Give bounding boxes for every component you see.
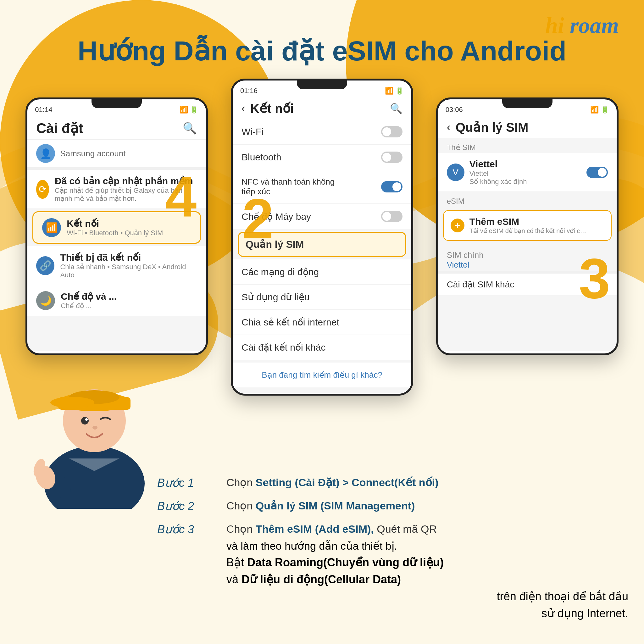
- buoc1-content: Chọn Setting (Cài Đặt) > Connect(Kết nối…: [226, 475, 628, 491]
- phone3-header: ‹ Quản lý SIM: [438, 115, 617, 138]
- step-number-4: 4: [165, 169, 197, 225]
- svg-point-8: [85, 418, 88, 421]
- buoc2-bold: Quản lý SIM (SIM Management): [256, 500, 415, 512]
- phone1-item-mode[interactable]: 🌙 Chế độ và ... Chế độ ...: [27, 285, 206, 316]
- phone1-connect-text: Kết nối Wi-Fi • Bluetooth • Quản lý SIM: [67, 218, 163, 237]
- phone3-esim-section-label: eSIM: [438, 192, 617, 207]
- buoc2-content: Chọn Quản lý SIM (SIM Management): [226, 498, 628, 514]
- phone2-data-usage[interactable]: Sử dụng dữ liệu: [233, 285, 411, 310]
- phone1-screen: Cài đặt 🔍 👤 Samsung account ⟳ Đã có bản …: [27, 115, 206, 351]
- phone3-add-esim-button[interactable]: + Thêm eSIM Tải về eSIM để bạn có thể kế…: [443, 210, 612, 241]
- step-number-3: 3: [579, 250, 610, 307]
- phone1-settings-header: Cài đặt 🔍: [27, 115, 206, 140]
- phone2-hotspot[interactable]: Chia sẻ kết nối internet: [233, 310, 411, 335]
- phone3-plus-icon: +: [451, 219, 464, 232]
- phone1-time: 01:14: [35, 106, 52, 114]
- phones-container: 01:14 📶 🔋 Cài đặt 🔍 👤 Samsung account ⟳ …: [19, 79, 625, 396]
- phone3-time: 03:06: [446, 106, 463, 114]
- phone2-wifi-toggle[interactable]: [381, 126, 403, 137]
- main-title: Hướng Dẫn cài đặt eSIM cho Android: [0, 35, 644, 67]
- phone3-sim-info: Viettel Viettel Số không xác định: [469, 159, 581, 186]
- buoc3-line6: sử dụng Internet.: [157, 605, 628, 622]
- phone1-mode-icon: 🌙: [36, 291, 55, 310]
- step-number-2: 2: [242, 191, 274, 247]
- phone-1-settings: 01:14 📶 🔋 Cài đặt 🔍 👤 Samsung account ⟳ …: [25, 97, 208, 355]
- phone1-search-icon[interactable]: 🔍: [182, 121, 197, 136]
- phone1-notch: [92, 99, 142, 108]
- phone3-sim-avatar: V: [447, 164, 464, 181]
- phone2-more-settings[interactable]: Cài đặt kết nối khác: [233, 335, 411, 360]
- phone2-footer[interactable]: Bạn đang tìm kiếm điều gì khác?: [233, 363, 411, 387]
- svg-point-7: [81, 417, 89, 425]
- phone-2-connections: 01:16 📶 🔋 ‹ Kết nối 🔍 Wi-Fi Bluetooth NF…: [231, 79, 413, 396]
- character-svg: [19, 352, 170, 509]
- phone2-search-icon[interactable]: 🔍: [390, 103, 403, 114]
- buoc3-line2: và làm theo hướng dẫn của thiết bị.: [157, 538, 397, 554]
- phone2-header: ‹ Kết nối 🔍: [233, 96, 411, 119]
- buoc3-line3: Bật Data Roaming(Chuyển vùng dữ liệu): [157, 554, 444, 571]
- phone1-connect-icon: 📶: [42, 218, 61, 237]
- phone3-sim-toggle[interactable]: [586, 167, 608, 178]
- phone2-mobile-networks[interactable]: Các mạng di động: [233, 259, 411, 285]
- phone1-devices-icon: 🔗: [36, 256, 54, 275]
- buoc3-bold1: Thêm eSIM (Add eSIM),: [256, 523, 374, 535]
- phone2-bluetooth-item[interactable]: Bluetooth: [233, 145, 411, 170]
- buoc2-row: Bước 2 Chọn Quản lý SIM (SIM Management): [157, 498, 628, 515]
- buoc3-line4: và Dữ liệu di động(Cellular Data): [157, 571, 401, 588]
- phone2-bluetooth-toggle[interactable]: [381, 152, 403, 163]
- buoc3-bold3: Data Roaming(Chuyển vùng dữ liệu): [247, 556, 444, 569]
- buoc3-row: Bước 3 Chọn Thêm eSIM (Add eSIM), Quét m…: [157, 521, 628, 622]
- logo-hi: hi: [545, 13, 564, 38]
- logo-roam: roam: [570, 13, 619, 38]
- phone2-back-arrow[interactable]: ‹: [241, 102, 245, 115]
- phone-3-sim: 03:06 📶 🔋 ‹ Quản lý SIM Thẻ SIM V Viette…: [436, 97, 619, 355]
- phone3-the-sim-section: Thẻ SIM: [438, 138, 617, 153]
- svg-point-6: [50, 397, 94, 408]
- phone1-avatar: 👤: [36, 144, 55, 163]
- phone1-screen-title: Cài đặt: [36, 120, 83, 136]
- phone1-devices-text: Thiết bị đã kết nối Chia sẻ nhanh • Sams…: [60, 252, 197, 279]
- phone1-mode-text: Chế độ và ... Chế độ ...: [61, 291, 117, 310]
- phone2-notch: [297, 81, 347, 89]
- phone2-icons: 📶 🔋: [385, 87, 404, 95]
- buoc3-label: Bước 3: [157, 521, 226, 538]
- phone1-update-icon: ⟳: [36, 180, 49, 199]
- phone3-back-arrow[interactable]: ‹: [447, 121, 451, 134]
- svg-point-9: [92, 426, 97, 430]
- buoc2-label: Bước 2: [157, 498, 226, 515]
- phone3-screen: ‹ Quản lý SIM Thẻ SIM V Viettel Viettel …: [438, 115, 617, 351]
- phone2-airplane-toggle[interactable]: [381, 211, 403, 222]
- phone3-notch: [502, 99, 552, 108]
- phone2-wifi-item[interactable]: Wi-Fi: [233, 119, 411, 145]
- phone2-nfc-toggle[interactable]: [381, 181, 403, 192]
- buoc3-bold4: Dữ liệu di động(Cellular Data): [241, 573, 401, 586]
- phone2-time: 01:16: [240, 87, 258, 95]
- phone1-icons: 📶 🔋: [180, 106, 198, 114]
- buoc3-line5: trên điện thoại để bắt đầu: [157, 588, 628, 605]
- instructions-section: Bước 1 Chọn Setting (Cài Đặt) > Connect(…: [157, 475, 628, 628]
- phone3-icons: 📶 🔋: [590, 106, 609, 114]
- buoc1-label: Bước 1: [157, 475, 226, 491]
- phone1-item-devices[interactable]: 🔗 Thiết bị đã kết nối Chia sẻ nhanh • Sa…: [27, 246, 206, 285]
- phone3-esim-text: Thêm eSIM Tải về eSIM để bạn có thể kết …: [469, 216, 589, 235]
- buoc3-content-line1: Chọn Thêm eSIM (Add eSIM), Quét mã QR: [226, 521, 437, 537]
- phone3-viettel-sim[interactable]: V Viettel Viettel Số không xác định: [438, 153, 617, 192]
- character-illustration: [19, 352, 170, 509]
- buoc1-bold: Setting (Cài Đặt) > Connect(Kết nối): [256, 476, 438, 488]
- buoc1-row: Bước 1 Chọn Setting (Cài Đặt) > Connect(…: [157, 475, 628, 491]
